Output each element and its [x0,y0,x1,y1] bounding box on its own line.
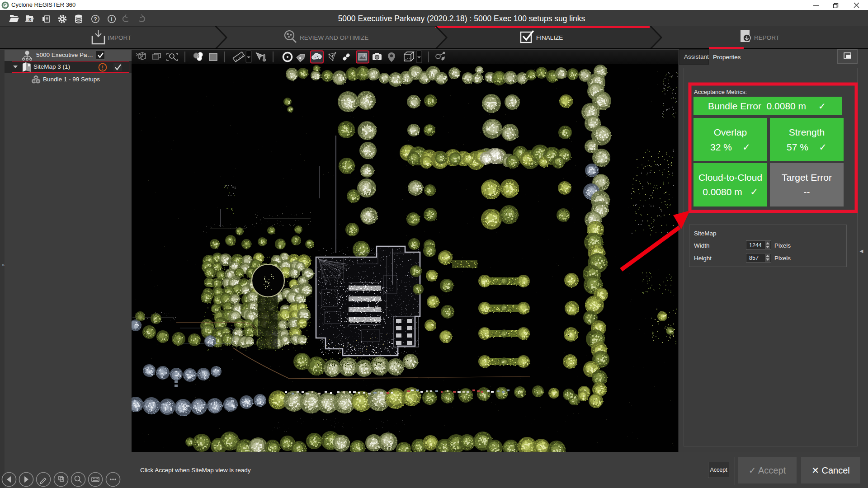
svg-text:!: ! [102,64,104,71]
svg-text:x: x [28,16,32,22]
svg-text:REPORT: REPORT [754,34,779,41]
svg-text:FINALIZE: FINALIZE [536,34,563,41]
svg-text:IMPORT: IMPORT [108,34,131,41]
svg-text:REVIEW AND OPTIMIZE: REVIEW AND OPTIMIZE [300,34,368,41]
